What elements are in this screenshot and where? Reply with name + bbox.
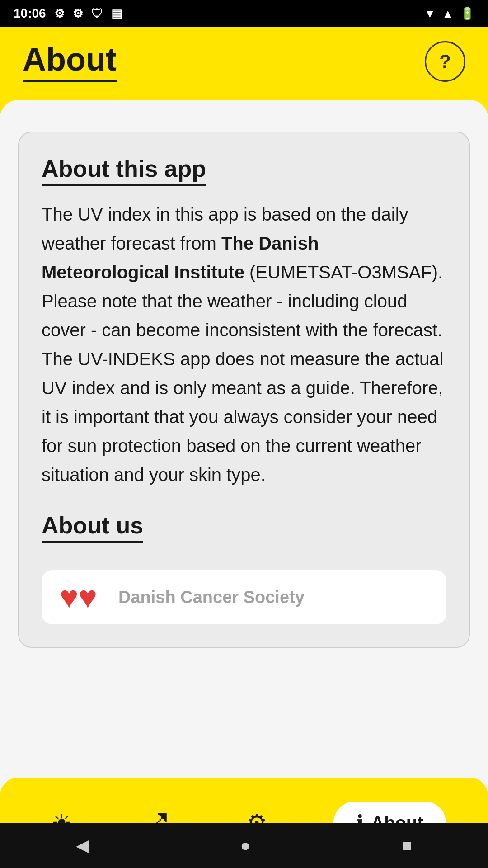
about-app-text: The UV index in this app is based on the… <box>42 200 446 489</box>
signal-icon: ▲ <box>442 7 454 21</box>
sim-icon: ▤ <box>111 7 122 21</box>
status-right: ▼ ▲ 🔋 <box>424 7 474 21</box>
about-us-section: About us ♥♥ Danish Cancer Society <box>42 512 446 624</box>
page-title: About <box>23 41 117 82</box>
org-logo: ♥♥ <box>60 579 105 615</box>
home-button[interactable]: ● <box>240 836 251 855</box>
help-button[interactable]: ? <box>425 41 465 82</box>
header: About ? <box>0 27 488 100</box>
about-app-heading: About this app <box>42 155 206 186</box>
settings-icon: ⚙ <box>54 7 65 21</box>
org-name: Danish Cancer Society <box>118 588 305 607</box>
battery-icon: 🔋 <box>460 7 474 21</box>
settings2-icon: ⚙ <box>73 7 83 21</box>
status-bar: 10:06 ⚙ ⚙ 🛡 ▤ ▼ ▲ 🔋 <box>0 0 488 27</box>
main-content: About this app The UV index in this app … <box>0 123 488 657</box>
about-us-heading: About us <box>42 512 143 543</box>
curve-separator <box>0 100 488 123</box>
heart-icon: ♥♥ <box>60 581 97 613</box>
recent-button[interactable]: ■ <box>402 836 413 855</box>
shield-icon: 🛡 <box>91 7 103 21</box>
status-time: 10:06 <box>14 6 46 21</box>
org-card[interactable]: ♥♥ Danish Cancer Society <box>42 570 446 624</box>
wifi-icon: ▼ <box>424 7 436 21</box>
back-button[interactable]: ◀ <box>76 835 89 855</box>
content-card: About this app The UV index in this app … <box>18 132 470 648</box>
status-left: 10:06 ⚙ ⚙ 🛡 ▤ <box>14 6 122 21</box>
android-nav: ◀ ● ■ <box>0 823 488 868</box>
scrollable-area: About this app The UV index in this app … <box>0 123 488 868</box>
app-wrapper: 10:06 ⚙ ⚙ 🛡 ▤ ▼ ▲ 🔋 About ? About this a… <box>0 0 488 868</box>
text-after-bold: (EUMETSAT-O3MSAF). Please note that the … <box>42 262 443 485</box>
